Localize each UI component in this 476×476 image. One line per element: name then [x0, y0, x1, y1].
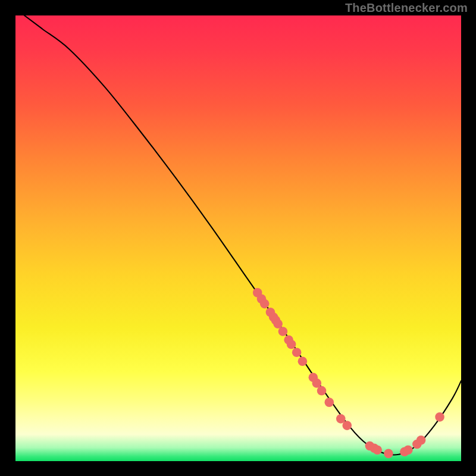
- data-marker: [287, 340, 296, 349]
- chart-stage: TheBottlenecker.com: [0, 0, 476, 476]
- curve-layer: [15, 15, 461, 461]
- data-marker: [298, 356, 308, 366]
- data-marker: [317, 386, 327, 396]
- plot-area: [15, 15, 461, 461]
- attribution-text: TheBottlenecker.com: [345, 1, 468, 15]
- data-marker: [372, 445, 382, 455]
- data-marker: [278, 327, 288, 336]
- data-marker: [435, 412, 444, 422]
- data-marker: [325, 397, 334, 407]
- data-marker: [292, 347, 302, 357]
- curve-path: [24, 15, 461, 455]
- data-marker: [403, 445, 413, 455]
- data-marker: [260, 299, 270, 309]
- data-marker: [416, 436, 426, 445]
- data-marker: [384, 449, 393, 458]
- data-marker: [342, 421, 352, 430]
